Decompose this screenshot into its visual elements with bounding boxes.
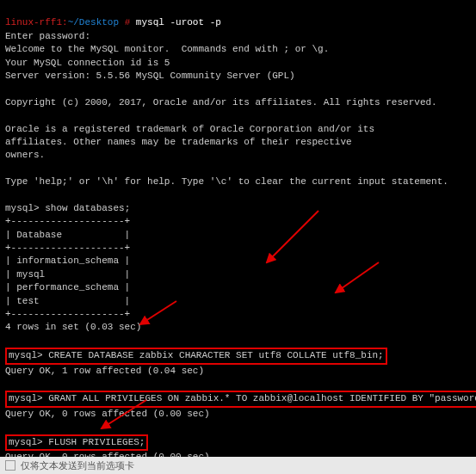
tbl-result: 4 rows in set (0.03 sec): [5, 322, 141, 332]
res-create: Query OK, 1 row affected (0.04 sec): [5, 366, 204, 376]
tbl-row: | test |: [5, 296, 130, 306]
tbl-border: +--------------------+: [5, 216, 130, 226]
prompt-host: linux-rff1: [5, 17, 62, 28]
line-help: Type 'help;' or '\h' for help. Type '\c'…: [5, 176, 448, 187]
mysql-prompt: mysql>: [5, 203, 45, 213]
tbl-row: | mysql |: [5, 269, 130, 280]
line-tm2: affiliates. Other names may be trademark…: [5, 137, 352, 147]
footer-bar: 仅将文本发送到当前选项卡: [0, 457, 476, 474]
highlight-grant: mysql> GRANT ALL PRIVILEGES ON zabbix.* …: [5, 391, 476, 407]
tbl-row: | information_schema |: [5, 255, 130, 266]
line-tm3: owners.: [5, 150, 45, 160]
highlight-create: mysql> CREATE DATABASE zabbix CHARACTER …: [5, 348, 387, 364]
login-cmd: mysql -uroot -p: [136, 17, 221, 28]
highlight-flush: mysql> FLUSH PRIVILEGES;: [5, 434, 148, 451]
line-copyright: Copyright (c) 2000, 2017, Oracle and/or …: [5, 97, 437, 108]
tbl-row: | performance_schema |: [5, 282, 130, 292]
line-enter-pw: Enter password:: [5, 31, 90, 41]
cmd-flush: FLUSH PRIVILEGES;: [48, 437, 145, 447]
cmd-grant: GRANT ALL PRIVILEGES ON zabbix.* TO zabb…: [48, 393, 476, 403]
terminal-output[interactable]: linux-rff1:~/Desktop # mysql -uroot -p E…: [0, 0, 476, 474]
line-server: Server version: 5.5.56 MySQL Community S…: [5, 71, 295, 81]
cmd-show1: show databases;: [45, 203, 130, 213]
line-welcome: Welcome to the MySQL monitor. Commands e…: [5, 44, 329, 54]
footer-text: 仅将文本发送到当前选项卡: [21, 459, 134, 472]
checkbox-icon[interactable]: [5, 460, 15, 471]
res-grant: Query OK, 0 rows affected (0.00 sec): [5, 409, 210, 419]
prompt-path: ~/Desktop: [68, 17, 119, 28]
tbl-border: +--------------------+: [5, 309, 130, 319]
tbl-header: | Database |: [5, 230, 130, 240]
cmd-create: CREATE DATABASE zabbix CHARACTER SET utf…: [48, 350, 383, 360]
line-conn-id: Your MySQL connection id is 5: [5, 58, 170, 68]
line-tm1: Oracle is a registered trademark of Orac…: [5, 124, 374, 134]
tbl-border: +--------------------+: [5, 243, 130, 253]
